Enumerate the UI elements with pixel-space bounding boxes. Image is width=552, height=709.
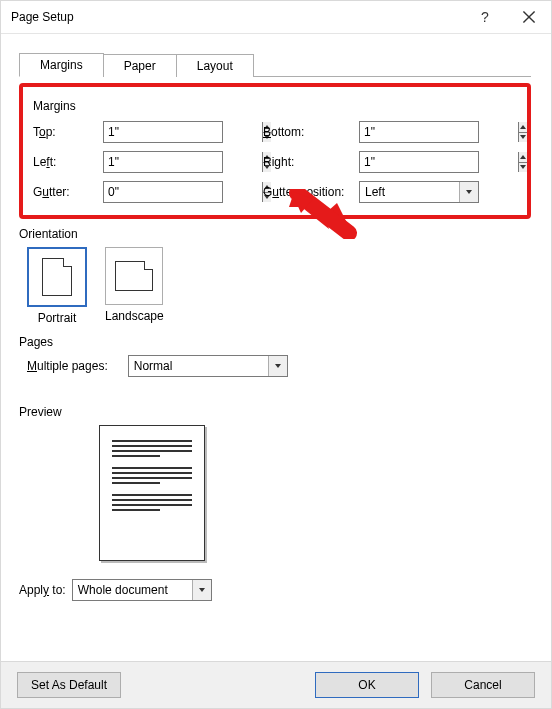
gutter-input[interactable] — [104, 182, 262, 202]
top-field[interactable] — [103, 121, 223, 143]
tab-margins[interactable]: Margins — [19, 53, 104, 77]
svg-marker-4 — [520, 125, 526, 129]
right-field[interactable] — [359, 151, 479, 173]
multiple-pages-label: Multiple pages: — [27, 359, 108, 373]
bottom-spin-down[interactable] — [519, 132, 527, 143]
pages-group-label: Pages — [19, 335, 531, 349]
titlebar: Page Setup ? — [1, 1, 551, 34]
window-title: Page Setup — [11, 10, 74, 24]
right-spin-down[interactable] — [519, 162, 527, 173]
left-input[interactable] — [104, 152, 262, 172]
gutter-position-drop[interactable] — [459, 182, 478, 202]
chevron-down-icon — [274, 363, 282, 369]
tab-layout[interactable]: Layout — [176, 54, 254, 77]
chevron-down-icon — [519, 134, 527, 140]
left-field[interactable] — [103, 151, 223, 173]
apply-to-drop[interactable] — [192, 580, 211, 600]
ok-button[interactable]: OK — [315, 672, 419, 698]
bottom-input[interactable] — [360, 122, 518, 142]
dialog-footer: Set As Default OK Cancel — [1, 661, 551, 708]
margins-group-label: Margins — [33, 99, 517, 113]
panel-content: Margins Top: Bottom: — [19, 77, 531, 611]
multiple-pages-combo[interactable]: Normal — [128, 355, 288, 377]
svg-marker-5 — [520, 135, 526, 139]
svg-marker-17 — [199, 588, 205, 592]
preview-group-label: Preview — [19, 405, 531, 419]
cancel-button[interactable]: Cancel — [431, 672, 535, 698]
svg-marker-8 — [520, 155, 526, 159]
gutter-label: Gutter: — [33, 185, 103, 199]
chevron-down-icon — [519, 164, 527, 170]
close-button[interactable] — [507, 1, 551, 33]
close-icon — [522, 10, 536, 24]
right-label: Right: — [263, 155, 359, 169]
tab-strip: Margins Paper Layout — [19, 52, 531, 77]
landscape-label: Landscape — [105, 309, 164, 323]
tab-paper[interactable]: Paper — [103, 54, 177, 77]
apply-to-value: Whole document — [73, 580, 192, 600]
svg-marker-16 — [275, 364, 281, 368]
multiple-pages-drop[interactable] — [268, 356, 287, 376]
multiple-pages-value: Normal — [129, 356, 268, 376]
top-input[interactable] — [104, 122, 262, 142]
landscape-icon — [115, 261, 153, 291]
bottom-field[interactable] — [359, 121, 479, 143]
orientation-group-label: Orientation — [19, 227, 531, 241]
portrait-label: Portrait — [38, 311, 77, 325]
orientation-landscape[interactable]: Landscape — [105, 247, 164, 325]
gutter-position-value: Left — [360, 182, 459, 202]
chevron-up-icon — [519, 124, 527, 130]
right-spin-up[interactable] — [519, 152, 527, 162]
gutter-position-combo[interactable]: Left — [359, 181, 479, 203]
apply-to-combo[interactable]: Whole document — [72, 579, 212, 601]
chevron-down-icon — [198, 587, 206, 593]
gutter-field[interactable] — [103, 181, 223, 203]
gutter-position-label: Gutter position: — [263, 185, 359, 199]
chevron-up-icon — [519, 154, 527, 160]
bottom-label: Bottom: — [263, 125, 359, 139]
top-label: Top: — [33, 125, 103, 139]
preview-page-icon — [99, 425, 205, 561]
svg-marker-9 — [520, 165, 526, 169]
svg-marker-12 — [466, 190, 472, 194]
set-as-default-button[interactable]: Set As Default — [17, 672, 121, 698]
apply-to-label: Apply to: — [19, 583, 66, 597]
right-input[interactable] — [360, 152, 518, 172]
help-button[interactable]: ? — [463, 1, 507, 33]
left-label: Left: — [33, 155, 103, 169]
bottom-spin-up[interactable] — [519, 122, 527, 132]
orientation-portrait[interactable]: Portrait — [27, 247, 87, 325]
highlight-annotation: Margins Top: Bottom: — [19, 83, 531, 219]
question-icon: ? — [481, 9, 489, 25]
chevron-down-icon — [465, 189, 473, 195]
portrait-icon — [42, 258, 72, 296]
